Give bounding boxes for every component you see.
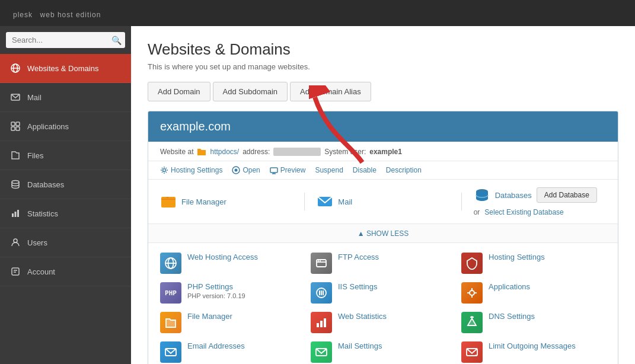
- feature-hosting-settings[interactable]: Hosting Settings: [461, 253, 606, 274]
- feature-text-ftp-access: FTP Access: [338, 253, 379, 261]
- preview-link[interactable]: Preview: [270, 166, 306, 174]
- website-at-label: Website at: [160, 148, 193, 156]
- db-label: Databases: [495, 191, 532, 200]
- svg-rect-6: [11, 127, 15, 130]
- disable-link[interactable]: Disable: [353, 166, 376, 174]
- feature-web-hosting-access[interactable]: Web Hosting Access: [160, 253, 305, 274]
- domain-block: example.com Website at httpdocs/ address…: [148, 111, 618, 364]
- sidebar-item-files[interactable]: Files: [0, 141, 131, 170]
- feature-name-php-settings: PHP Settings: [187, 282, 245, 291]
- svg-point-18: [235, 169, 238, 172]
- search-input[interactable]: [6, 32, 125, 48]
- domain-header: example.com: [148, 111, 618, 142]
- system-user-label: System user:: [324, 148, 366, 156]
- feature-limit-outgoing[interactable]: Limit Outgoing Messages: [461, 341, 606, 363]
- feature-name-file-manager: File Manager: [187, 312, 232, 321]
- feature-text-email-addresses: Email Addresses: [187, 341, 245, 350]
- address-label: address:: [242, 148, 270, 156]
- feature-text-web-hosting-access: Web Hosting Access: [187, 253, 258, 261]
- or-text: or: [474, 208, 480, 216]
- globe-icon: [9, 62, 21, 74]
- svg-rect-34: [317, 323, 319, 327]
- feature-name-web-hosting-access: Web Hosting Access: [187, 253, 258, 261]
- folder-icon: [197, 148, 206, 156]
- svg-rect-7: [16, 127, 20, 130]
- search-box: 🔍: [0, 26, 131, 54]
- feature-email-addresses[interactable]: Email Addresses: [160, 341, 305, 363]
- mail-quick[interactable]: Mail: [317, 193, 449, 210]
- file-manager-icon: [160, 193, 177, 210]
- add-domain-alias-button[interactable]: Add Domain Alias: [290, 82, 371, 101]
- domain-actions: Hosting Settings Open Preview Suspend Di…: [148, 161, 618, 180]
- web-statistics-icon: [311, 312, 332, 333]
- page-title: Websites & Domains: [148, 40, 618, 59]
- open-icon: [232, 166, 240, 174]
- svg-point-33: [470, 290, 474, 295]
- mail-icon: [9, 91, 21, 103]
- feature-name-hosting-settings: Hosting Settings: [489, 253, 545, 261]
- feature-text-dns-settings: DNS Settings: [489, 312, 535, 321]
- feature-file-manager[interactable]: File Manager: [160, 312, 305, 333]
- sidebar-label-users: Users: [27, 238, 47, 247]
- feature-name-mail-settings: Mail Settings: [338, 341, 382, 350]
- mail-quick-icon: [317, 193, 333, 210]
- hosting-settings-link[interactable]: Hosting Settings: [160, 166, 222, 174]
- feature-dns-settings[interactable]: DNS Settings: [461, 312, 606, 333]
- sidebar-label-websites-domains: Websites & Domains: [27, 64, 98, 73]
- sidebar-item-account[interactable]: Account: [0, 257, 131, 286]
- add-database-button[interactable]: Add Database: [537, 187, 597, 203]
- httpdocs-link[interactable]: httpdocs/: [210, 148, 239, 156]
- quick-access: File Manager Mail Databases Add Database…: [148, 180, 618, 224]
- sidebar-item-websites-domains[interactable]: Websites & Domains: [0, 54, 131, 83]
- show-less-link[interactable]: ▲ SHOW LESS: [358, 229, 409, 238]
- sidebar-item-users[interactable]: Users: [0, 228, 131, 257]
- search-wrap: 🔍: [6, 32, 125, 48]
- databases-icon: [9, 178, 21, 190]
- feature-name-dns-settings: DNS Settings: [489, 312, 535, 321]
- sidebar-label-account: Account: [27, 267, 55, 276]
- feature-sub-php-settings: PHP version: 7.0.19: [187, 292, 245, 299]
- limit-outgoing-icon: [461, 341, 483, 363]
- feature-php-settings[interactable]: PHP PHP Settings PHP version: 7.0.19: [160, 282, 305, 304]
- svg-rect-4: [11, 122, 15, 126]
- svg-point-16: [163, 169, 166, 172]
- svg-point-12: [14, 239, 17, 242]
- dns-settings-icon: [461, 312, 483, 333]
- feature-applications[interactable]: Applications: [461, 282, 606, 304]
- search-icon-button[interactable]: 🔍: [111, 36, 122, 45]
- feature-mail-settings[interactable]: Mail Settings: [311, 341, 455, 363]
- description-link[interactable]: Description: [386, 166, 422, 174]
- feature-iis-settings[interactable]: IIS Settings: [311, 282, 455, 304]
- svg-rect-9: [12, 213, 14, 217]
- svg-rect-35: [320, 321, 323, 327]
- web-hosting-access-icon: [160, 253, 181, 274]
- db-area: Databases Add Database or Select Existin…: [474, 187, 606, 216]
- sidebar-item-databases[interactable]: Databases: [0, 170, 131, 199]
- file-manager-quick[interactable]: File Manager: [160, 193, 292, 210]
- sidebar-item-mail[interactable]: Mail: [0, 83, 131, 112]
- logo: plesk web host edition: [9, 7, 101, 20]
- topbar: plesk web host edition: [0, 0, 635, 26]
- feature-grid: Web Hosting Access FTP Access: [148, 243, 618, 364]
- sidebar-item-statistics[interactable]: Statistics: [0, 199, 131, 228]
- feature-web-statistics[interactable]: Web Statistics: [311, 312, 455, 333]
- feature-name-email-addresses: Email Addresses: [187, 341, 245, 350]
- feature-name-applications: Applications: [489, 282, 530, 291]
- sidebar-item-applications[interactable]: Applications: [0, 112, 131, 141]
- suspend-link[interactable]: Suspend: [315, 166, 343, 174]
- feature-ftp-access[interactable]: FTP Access: [311, 253, 455, 274]
- open-link[interactable]: Open: [232, 166, 260, 174]
- sidebar-label-databases: Databases: [27, 180, 64, 189]
- add-subdomain-button[interactable]: Add Subdomain: [213, 82, 288, 101]
- svg-rect-10: [15, 212, 17, 217]
- add-domain-button[interactable]: Add Domain: [148, 82, 210, 101]
- sidebar-label-applications: Applications: [27, 122, 69, 131]
- sidebar: 🔍 Websites & Domains Mail Applications: [0, 26, 131, 364]
- feature-text-web-statistics: Web Statistics: [338, 312, 387, 321]
- applications-feature-icon: [461, 282, 483, 304]
- feature-text-iis-settings: IIS Settings: [338, 282, 377, 291]
- mail-quick-label: Mail: [338, 197, 352, 206]
- select-existing-database-link[interactable]: Select Existing Database: [484, 208, 563, 216]
- ftp-access-icon: [311, 253, 332, 274]
- feature-text-mail-settings: Mail Settings: [338, 341, 382, 350]
